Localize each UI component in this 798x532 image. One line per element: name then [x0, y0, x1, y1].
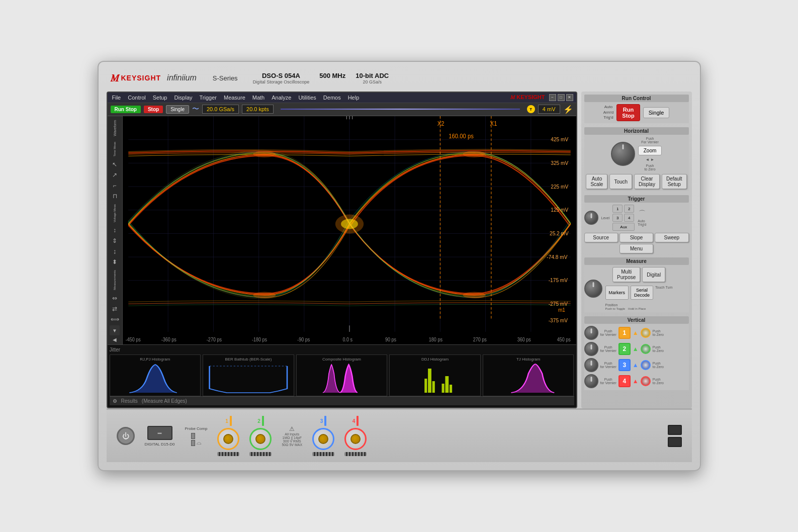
ch4-vernier-label: Pushfor Vernier — [600, 378, 616, 385]
single-button[interactable]: Single — [166, 105, 189, 114]
maximize-button[interactable]: □ — [558, 94, 565, 101]
slope-rising-icon: ⌒ — [639, 209, 646, 218]
svg-text:125 mV: 125 mV — [551, 207, 569, 213]
arrow-controls: ◄ ► — [638, 157, 662, 162]
measure-section: Measure MultiPurpose Digital Markers Ser… — [584, 257, 689, 312]
tool-m1-icon[interactable]: ⇔ — [111, 294, 118, 303]
logo-area: 𝑀 KEYSIGHT infiniium S-Series — [111, 72, 238, 84]
menu-analyze[interactable]: Analyze — [270, 94, 293, 101]
menu-setup[interactable]: Setup — [151, 94, 169, 101]
tool-v4-icon[interactable]: ⬍ — [111, 257, 118, 267]
sidebar-collapse-icon[interactable]: ◀ — [113, 337, 117, 342]
tool-step-icon[interactable]: ⌐ — [112, 181, 117, 190]
menu-items: File Control Setup Display Trigger Measu… — [111, 94, 361, 101]
source-button[interactable]: Source — [584, 233, 618, 242]
run-button[interactable]: Run Stop — [111, 106, 141, 113]
results-settings-icon[interactable]: ⚙ — [113, 398, 117, 404]
probe-wave-symbol: ⌓ — [197, 439, 201, 446]
menu-display[interactable]: Display — [172, 94, 194, 101]
trig-ch2[interactable]: 2 — [624, 205, 634, 213]
all-inputs-sub1: 1MΩ || 14pF — [283, 436, 302, 439]
menu-help[interactable]: Help — [346, 94, 361, 101]
menu-measure[interactable]: Measure — [222, 94, 247, 101]
sidebar-down-button[interactable]: ▼ — [110, 325, 120, 335]
horizontal-knob[interactable] — [611, 142, 635, 166]
ch3-vernier-label: Pushfor Vernier — [600, 362, 616, 369]
tool-v2-icon[interactable]: ⇕ — [111, 236, 118, 245]
svg-rect-64 — [450, 385, 452, 393]
menu-demos[interactable]: Demos — [322, 94, 342, 101]
tool-arrow-icon[interactable]: ↖ — [111, 160, 118, 169]
menu-utilities[interactable]: Utilities — [297, 94, 317, 101]
svg-rect-55 — [205, 364, 292, 394]
ch4-knob[interactable] — [584, 374, 598, 388]
probe-comp-label: Probe Comp — [185, 426, 208, 431]
histogram-composite-chart — [299, 364, 385, 394]
tool-m2-icon[interactable]: ⇄ — [111, 304, 118, 313]
sweep-button[interactable]: Sweep — [655, 233, 688, 242]
vertical-section: Vertical Pushfor Vernier 1 ▲ Pushto Zero… — [584, 316, 689, 390]
measure-knob[interactable] — [584, 280, 602, 298]
ch3-knob[interactable] — [584, 358, 598, 372]
ch2-button[interactable]: 2 — [618, 343, 631, 355]
power-button[interactable]: ⏻ — [117, 427, 135, 445]
digital-button[interactable]: Digital — [642, 267, 665, 282]
svg-rect-61 — [432, 381, 435, 393]
waveform-label: Waveform — [113, 120, 117, 136]
usb-port-1 — [668, 425, 682, 435]
single-button-panel[interactable]: Single — [643, 107, 670, 118]
svg-point-19 — [335, 214, 363, 233]
ch1-arrow-up-icon: ▲ — [633, 329, 639, 336]
tool-v3-icon[interactable]: ↨ — [112, 247, 117, 256]
ch4-button[interactable]: 4 — [618, 375, 631, 387]
ch1-button[interactable]: 1 — [618, 327, 631, 339]
minimize-button[interactable]: − — [549, 94, 556, 101]
default-setup-button[interactable]: DefaultSetup — [662, 174, 687, 189]
svg-text:-180 ps: -180 ps — [252, 336, 267, 342]
run-stop-button[interactable]: RunStop — [616, 104, 640, 121]
trigger-level-knob[interactable] — [584, 211, 598, 225]
multi-purpose-button[interactable]: MultiPurpose — [612, 267, 640, 282]
ch3-button[interactable]: 3 — [618, 359, 631, 371]
trig-aux[interactable]: Aux — [612, 223, 635, 231]
tool-m3-icon[interactable]: ⟺ — [110, 315, 120, 324]
ch1-front-connector: 1 — [217, 416, 239, 456]
menu-control[interactable]: Control — [126, 94, 147, 101]
svg-text:360 ps: 360 ps — [517, 336, 530, 342]
serial-decode-button[interactable]: SerialDecode — [631, 286, 653, 300]
tool-diagonal-icon[interactable]: ↗ — [111, 170, 118, 180]
toolbar: Run Stop Stop Single 〜 20.0 GSa/s 20.0 k… — [108, 103, 576, 116]
slope-button[interactable]: Slope — [619, 233, 653, 242]
results-sub: (Measure All Edges) — [142, 398, 187, 404]
zoom-button[interactable]: Zoom — [638, 146, 662, 155]
ch1-knob[interactable] — [584, 326, 598, 340]
top-header: 𝑀 KEYSIGHT infiniium S-Series DSO-S 054A… — [107, 70, 692, 86]
trig-ch4[interactable]: 4 — [624, 214, 634, 222]
menu-file[interactable]: File — [111, 94, 123, 101]
markers-button[interactable]: Markers — [605, 286, 629, 300]
measure-title: Measure — [584, 257, 689, 265]
tool-v1-icon[interactable]: ↕ — [112, 226, 117, 235]
tool-square-icon[interactable]: ⊓ — [112, 192, 118, 201]
position-label: PositionPush to Toggle — [605, 303, 626, 310]
probe-terminal-2 — [191, 440, 195, 446]
vertical-title: Vertical — [584, 316, 689, 324]
ch1-connector — [641, 328, 651, 338]
ch1-conn-strip — [217, 452, 239, 456]
menu-math[interactable]: Math — [251, 94, 266, 101]
spec-items: 500 MHz 10-bit ADC 20 GSa/s — [319, 72, 389, 84]
stop-button[interactable]: Stop — [144, 106, 163, 113]
auto-scale-button[interactable]: AutoScale — [586, 174, 607, 189]
svg-rect-62 — [442, 384, 445, 393]
svg-text:-270 ps: -270 ps — [206, 336, 221, 342]
close-button[interactable]: ✕ — [566, 94, 573, 101]
trig-ch1[interactable]: 1 — [612, 205, 623, 213]
all-inputs-sub2: 300 V RMS — [283, 439, 301, 443]
trig-ch3[interactable]: 3 — [612, 214, 623, 222]
push-for-vernier-label: PushFor Vernier — [638, 137, 662, 144]
ch2-knob[interactable] — [584, 342, 598, 356]
touch-button[interactable]: Touch — [609, 174, 632, 189]
menu-button[interactable]: Menu — [619, 244, 653, 253]
clear-display-button[interactable]: ClearDisplay — [634, 174, 660, 189]
menu-trigger[interactable]: Trigger — [198, 94, 218, 101]
